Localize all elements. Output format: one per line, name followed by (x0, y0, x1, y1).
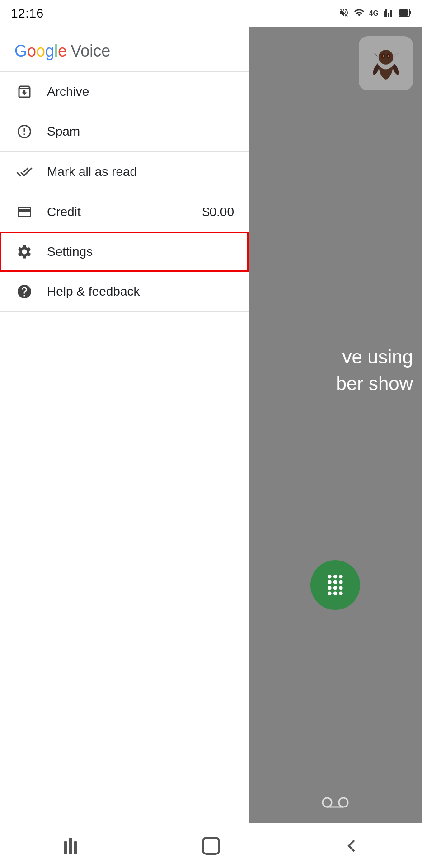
credit-icon (14, 202, 34, 222)
archive-item[interactable]: Archive (0, 72, 249, 112)
overlay-text-line1: ve using (336, 344, 413, 371)
overlay-text-area: ve using ber show (336, 344, 422, 397)
signal-icon (383, 7, 394, 20)
overlay-content: ve using ber show (249, 27, 422, 868)
settings-item[interactable]: Settings (0, 232, 249, 272)
dialpad-icon (324, 574, 347, 596)
svg-point-6 (383, 55, 384, 57)
data-icon: 4G (369, 9, 379, 18)
mark-all-read-label: Mark all as read (47, 165, 234, 179)
home-icon (200, 835, 222, 857)
help-icon (14, 282, 34, 302)
recent-button[interactable] (52, 828, 89, 864)
svg-point-7 (388, 55, 389, 57)
mute-icon (338, 7, 349, 20)
drawer-header: Google Voice (0, 27, 249, 72)
double-check-icon (14, 162, 34, 182)
mark-all-read-item[interactable]: Mark all as read (0, 152, 249, 192)
home-button[interactable] (193, 828, 229, 864)
recent-icon (64, 838, 77, 854)
settings-label: Settings (47, 245, 234, 259)
overlay-background[interactable]: ve using ber show (249, 27, 422, 868)
google-logo: Google (14, 42, 67, 61)
app-name-label: Voice (70, 42, 110, 61)
spam-icon (14, 122, 34, 142)
gear-icon (14, 242, 34, 262)
drawer-section-1: Archive Spam (0, 72, 249, 152)
credit-label: Credit (47, 205, 202, 219)
voicemail-icon (322, 791, 349, 814)
archive-icon (14, 82, 34, 102)
svg-point-9 (339, 798, 348, 807)
spam-label: Spam (47, 124, 234, 139)
drawer-section-3: Credit $0.00 Settings He (0, 192, 249, 312)
svg-point-3 (379, 50, 393, 64)
svg-rect-11 (203, 838, 219, 854)
svg-rect-2 (410, 11, 411, 14)
credit-item[interactable]: Credit $0.00 (0, 192, 249, 232)
spam-item[interactable]: Spam (0, 112, 249, 151)
status-bar: 12:16 4G (0, 0, 422, 27)
drawer-section-2: Mark all as read (0, 152, 249, 192)
help-feedback-item[interactable]: Help & feedback (0, 272, 249, 311)
battery-icon (399, 9, 411, 19)
dragon-avatar-image (366, 43, 406, 84)
bottom-nav (0, 823, 422, 868)
svg-rect-1 (399, 9, 408, 16)
help-feedback-label: Help & feedback (47, 284, 234, 299)
app-container: Google Voice Archive (0, 27, 422, 868)
dial-fab[interactable] (310, 560, 360, 610)
app-title: Google Voice (14, 42, 234, 61)
credit-value: $0.00 (202, 205, 234, 219)
avatar (359, 36, 413, 90)
wifi-icon (354, 7, 365, 20)
drawer: Google Voice Archive (0, 27, 249, 868)
status-icons: 4G (338, 7, 411, 20)
back-icon (341, 835, 362, 857)
archive-label: Archive (47, 85, 234, 99)
svg-point-8 (323, 798, 332, 807)
overlay-text-line2: ber show (336, 371, 413, 397)
status-time: 12:16 (11, 6, 44, 21)
back-button[interactable] (333, 828, 370, 864)
